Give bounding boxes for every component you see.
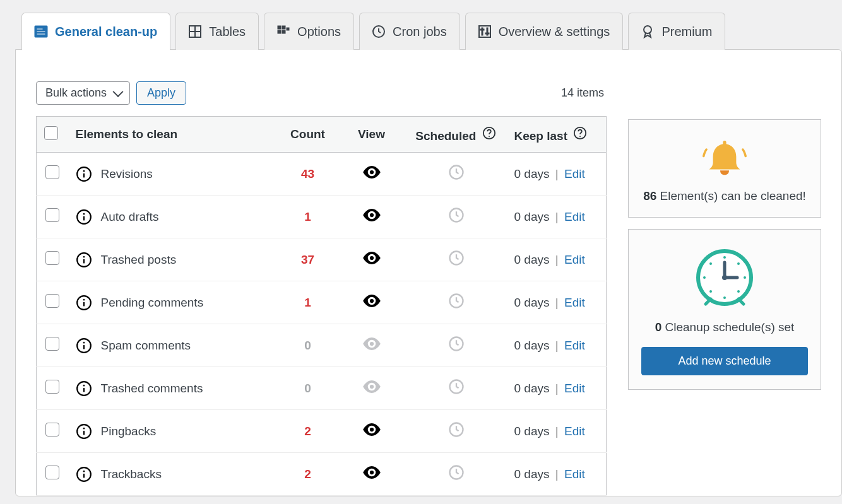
- row-checkbox[interactable]: [45, 294, 59, 308]
- svg-point-33: [369, 256, 373, 260]
- scheduled-icon: [448, 299, 465, 312]
- info-icon[interactable]: [76, 252, 92, 268]
- bulk-actions-select[interactable]: Bulk actions: [36, 81, 130, 105]
- separator: |: [552, 167, 562, 180]
- tab-options[interactable]: Options: [264, 13, 354, 50]
- edit-link[interactable]: Edit: [564, 339, 585, 352]
- svg-rect-2: [37, 31, 45, 32]
- svg-point-44: [83, 384, 85, 386]
- separator: |: [552, 339, 562, 352]
- main-content: Bulk actions Apply 14 items Elements to …: [36, 81, 607, 496]
- view-icon[interactable]: [362, 211, 381, 225]
- separator: |: [552, 296, 562, 309]
- info-icon[interactable]: [76, 466, 92, 483]
- keep-value: 0 days: [514, 339, 550, 352]
- clock-icon: [640, 246, 809, 309]
- info-icon[interactable]: [76, 423, 92, 440]
- row-checkbox[interactable]: [45, 251, 59, 265]
- row-checkbox[interactable]: [45, 466, 59, 479]
- tab-general-cleanup[interactable]: General clean-up: [21, 13, 170, 50]
- edit-link[interactable]: Edit: [564, 296, 585, 309]
- apply-button[interactable]: Apply: [136, 81, 186, 105]
- scheduled-icon: [448, 428, 465, 441]
- view-icon[interactable]: [362, 297, 381, 310]
- row-checkbox[interactable]: [45, 337, 59, 351]
- svg-point-60: [709, 262, 712, 265]
- scheduled-icon: [448, 471, 465, 484]
- separator: |: [552, 425, 562, 438]
- edit-link[interactable]: Edit: [564, 425, 585, 438]
- tab-overview-settings[interactable]: Overview & settings: [465, 13, 624, 50]
- help-icon[interactable]: [572, 126, 588, 141]
- schedule-count: 0: [655, 320, 662, 334]
- tab-label: Cron jobs: [393, 25, 447, 39]
- scheduled-icon: [448, 342, 465, 355]
- info-icon[interactable]: [76, 380, 92, 397]
- row-checkbox[interactable]: [45, 208, 59, 222]
- svg-rect-16: [480, 29, 484, 30]
- element-name: Auto drafts: [101, 210, 159, 224]
- row-checkbox[interactable]: [45, 165, 59, 179]
- info-icon[interactable]: [76, 295, 92, 311]
- table-row: Spam comments00 days | Edit: [37, 324, 607, 367]
- tab-label: Overview & settings: [499, 25, 610, 39]
- tab-label: Premium: [661, 25, 712, 39]
- table-row: Trashed comments00 days | Edit: [37, 367, 607, 410]
- keep-value: 0 days: [514, 253, 550, 266]
- column-header-keep-last[interactable]: Keep last: [507, 117, 607, 153]
- svg-rect-3: [37, 33, 45, 35]
- table-row: Trackbacks20 days | Edit: [37, 453, 607, 496]
- element-name: Trashed posts: [101, 253, 177, 267]
- svg-point-29: [369, 213, 373, 217]
- svg-point-32: [83, 255, 85, 257]
- tab-cron-jobs[interactable]: Cron jobs: [359, 13, 460, 50]
- svg-point-24: [83, 170, 85, 172]
- schedule-summary-text: 0 Cleanup schedule(s) set: [640, 320, 809, 334]
- edit-link[interactable]: Edit: [564, 210, 585, 223]
- view-icon: [362, 340, 381, 353]
- element-name: Pending comments: [101, 296, 204, 310]
- help-icon[interactable]: [482, 126, 497, 141]
- edit-link[interactable]: Edit: [564, 253, 585, 266]
- view-icon[interactable]: [362, 469, 381, 482]
- bulk-actions-label: Bulk actions: [45, 86, 107, 99]
- select-all-checkbox[interactable]: [44, 126, 58, 140]
- row-checkbox[interactable]: [45, 423, 59, 437]
- scheduled-icon: [448, 213, 465, 226]
- add-schedule-button[interactable]: Add new schedule: [641, 347, 808, 375]
- table-row: Auto drafts10 days | Edit: [37, 196, 607, 238]
- edit-link[interactable]: Edit: [564, 382, 585, 395]
- svg-point-58: [703, 276, 706, 279]
- tab-bar: General clean-up Tables Options Cron job…: [15, 13, 842, 50]
- tab-tables[interactable]: Tables: [175, 13, 259, 50]
- row-checkbox[interactable]: [45, 380, 59, 394]
- column-header-count[interactable]: Count: [278, 117, 338, 153]
- info-icon[interactable]: [76, 209, 92, 225]
- edit-link[interactable]: Edit: [564, 467, 585, 481]
- edit-link[interactable]: Edit: [564, 167, 585, 180]
- cleanup-summary-text: 86 Element(s) can be cleaned!: [640, 189, 809, 203]
- column-header-elements[interactable]: Elements to clean: [68, 117, 278, 153]
- view-icon[interactable]: [362, 426, 381, 439]
- column-header-scheduled[interactable]: Scheduled: [406, 117, 507, 153]
- cleanup-text: Element(s) can be cleaned!: [656, 189, 806, 202]
- info-icon[interactable]: [76, 166, 92, 182]
- separator: |: [552, 467, 562, 481]
- tab-label: Tables: [209, 25, 246, 39]
- svg-rect-1: [37, 28, 43, 30]
- list-icon: [33, 24, 49, 39]
- column-header-view[interactable]: View: [338, 117, 406, 153]
- items-count: 14 items: [561, 86, 607, 100]
- cleanup-table: Elements to clean Count View Scheduled K…: [36, 116, 607, 496]
- element-name: Spam comments: [101, 339, 191, 353]
- info-icon[interactable]: [76, 337, 92, 354]
- count-cell: 43: [278, 153, 338, 196]
- separator: |: [552, 253, 562, 266]
- element-name: Pingbacks: [101, 425, 157, 438]
- view-icon[interactable]: [362, 254, 381, 267]
- cleanup-summary-card: 86 Element(s) can be cleaned!: [628, 119, 821, 218]
- view-icon[interactable]: [362, 168, 381, 182]
- svg-point-62: [709, 290, 712, 293]
- tab-premium[interactable]: Premium: [628, 13, 725, 50]
- svg-point-56: [723, 256, 726, 259]
